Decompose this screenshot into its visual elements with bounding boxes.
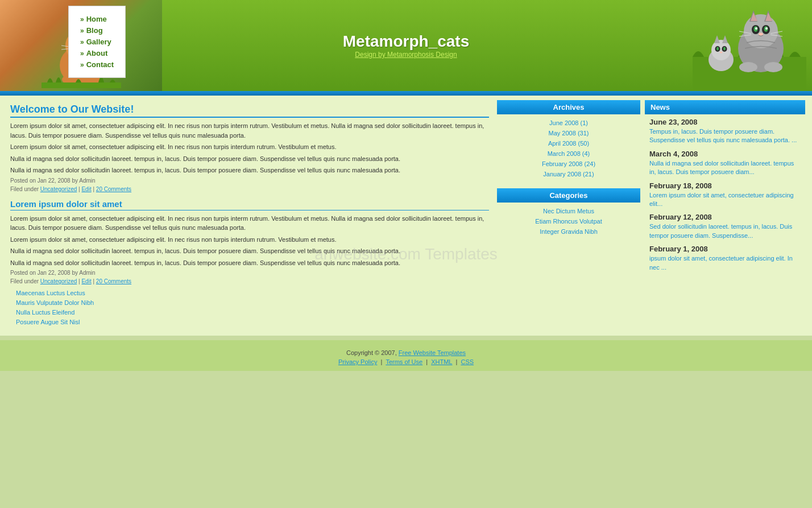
categories-content: Nec Dictum Metus Etiam Rhoncus Volutpat … [497, 203, 640, 240]
post1-body1: Lorem ipsum dolor sit amet, consectetuer… [10, 142, 489, 152]
svg-point-31 [755, 27, 757, 30]
post2-body1: Lorem ipsum dolor sit amet, consectetuer… [10, 235, 489, 245]
news-snippet-2: Lorem ipsum dolor sit amet, consectetuer… [649, 191, 801, 209]
header-cat-right [687, 0, 812, 91]
left-column: Welcome to Our Website! Lorem ipsum dolo… [5, 100, 495, 331]
middle-column: Archives June 2008 (1) May 2008 (31) Apr… [495, 100, 643, 331]
categories-header: Categories [497, 188, 640, 203]
post1-body2: Nulla id magna sed dolor sollicitudin la… [10, 154, 489, 164]
nav-item-about[interactable]: About [80, 49, 114, 57]
categories-box: Categories Nec Dictum Metus Etiam Rhoncu… [497, 188, 640, 240]
footer-sep-3: | [456, 358, 459, 365]
svg-marker-43 [722, 35, 728, 43]
category-item-0[interactable]: Nec Dictum Metus [503, 206, 635, 216]
news-snippet-4: ipsum dolor sit amet, consectetuer adipi… [649, 254, 801, 272]
footer-sep-2: | [426, 358, 429, 365]
footer-css-link[interactable]: CSS [461, 358, 474, 365]
nav-item-gallery[interactable]: Gallery [80, 38, 114, 46]
news-snippet-0: Tempus in, lacus. Duis tempor posuere di… [649, 127, 801, 145]
archive-item-5[interactable]: January 2008 (21) [503, 169, 635, 179]
post2-comments-link[interactable]: 20 Comments [96, 278, 131, 284]
archive-item-2[interactable]: April 2008 (50) [503, 138, 635, 148]
nav-link-home[interactable]: Home [86, 15, 107, 23]
archive-item-3[interactable]: March 2008 (4) [503, 148, 635, 159]
post2-posted: Posted on Jan 22, 2008 by Admin [10, 270, 96, 276]
cat-list-item[interactable]: Nulla Luctus Eleifend [16, 308, 489, 316]
svg-point-48 [720, 52, 723, 53]
header-center: Metamorph_cats Design by Metamorphosis D… [343, 32, 470, 59]
post2-title-link[interactable]: Lorem ipsum dolor sit amet [10, 199, 122, 209]
archive-item-4[interactable]: February 2008 (24) [503, 159, 635, 169]
category-item-2[interactable]: Integer Gravida Nibh [503, 226, 635, 237]
news-date-0: June 23, 2008 [649, 118, 801, 126]
post1-intro: Lorem ipsum dolor sit amet, consectetuer… [10, 121, 489, 140]
post2-edit-link[interactable]: Edit [81, 278, 91, 284]
content-row: Welcome to Our Website! Lorem ipsum dolo… [5, 100, 807, 331]
blue-separator-bar [0, 91, 812, 96]
archive-item-0[interactable]: June 2008 (1) [503, 118, 635, 128]
svg-point-46 [716, 47, 719, 51]
copyright-text: Copyright © 2007, [346, 349, 397, 356]
post1-meta: Posted on Jan 22, 2008 by Admin [10, 177, 489, 184]
cat-list-item[interactable]: Maecenas Luctus Lectus [16, 289, 489, 297]
cat-list-item[interactable]: Posuere Augue Sit Nisl [16, 318, 489, 326]
nav-link-contact[interactable]: Contact [86, 60, 114, 69]
news-date-4: February 1, 2008 [649, 245, 801, 253]
post1-filed: Filed under Uncategorized | Edit | 20 Co… [10, 186, 489, 192]
welcome-title: Welcome to Our Website! [10, 104, 489, 118]
post1-body3: Nulla id magna sed dolor sollicitudin la… [10, 166, 489, 175]
post2-filed: Filed under Uncategorized | Edit | 20 Co… [10, 278, 489, 284]
nav-link-about[interactable]: About [86, 49, 108, 57]
news-date-1: March 4, 2008 [649, 150, 801, 158]
post2-title-container: Lorem ipsum dolor sit amet [10, 199, 489, 210]
cat-link-0[interactable]: Maecenas Luctus Lectus [16, 290, 85, 296]
post1-category-link[interactable]: Uncategorized [40, 186, 77, 192]
news-date-3: February 12, 2008 [649, 213, 801, 221]
cat-list-item[interactable]: Mauris Vulputate Dolor Nibh [16, 299, 489, 307]
footer-copyright: Copyright © 2007, Free Website Templates [0, 349, 812, 356]
svg-point-33 [759, 33, 763, 36]
svg-point-39 [764, 62, 782, 72]
news-snippet-1: Nulla id magna sed dolor sollicitudin la… [649, 159, 801, 177]
svg-point-38 [739, 62, 757, 72]
svg-point-47 [723, 47, 726, 51]
nav-item-home[interactable]: Home [80, 15, 114, 23]
nav-link-blog[interactable]: Blog [86, 26, 103, 35]
post1-comments-link[interactable]: 20 Comments [96, 186, 131, 192]
site-title: Metamorph_cats [343, 32, 470, 51]
post2-intro: Lorem ipsum dolor sit amet, consectetuer… [10, 214, 489, 233]
archives-box: Archives June 2008 (1) May 2008 (31) Apr… [497, 100, 640, 183]
post2-body2: Nulla id magna sed dolor sollicitudin la… [10, 246, 489, 256]
archive-item-1[interactable]: May 2008 (31) [503, 128, 635, 138]
site-subtitle-link[interactable]: Design by Metamorphosis Design [355, 51, 457, 59]
svg-point-32 [765, 27, 768, 30]
news-snippet-3: Sed dolor sollicitudin laoreet. tempus i… [649, 222, 801, 240]
nav-link-gallery[interactable]: Gallery [86, 38, 111, 46]
svg-point-41 [711, 40, 731, 60]
nav-box: Home Blog Gallery About Contact [68, 6, 126, 78]
cat-link-2[interactable]: Nulla Luctus Eleifend [16, 309, 74, 316]
category-item-1[interactable]: Etiam Rhoncus Volutpat [503, 216, 635, 226]
news-header: News [645, 100, 805, 114]
footer: Copyright © 2007, Free Website Templates… [0, 340, 812, 371]
post1-posted: Posted on Jan 22, 2008 by Admin [10, 177, 96, 184]
footer-privacy-link[interactable]: Privacy Policy [338, 358, 377, 365]
post2-category-link[interactable]: Uncategorized [40, 278, 77, 284]
cat-link-3[interactable]: Posuere Augue Sit Nisl [16, 319, 80, 325]
footer-terms-link[interactable]: Terms of Use [386, 358, 422, 365]
archives-header: Archives [497, 100, 640, 114]
templates-link[interactable]: Free Website Templates [399, 349, 466, 356]
nav-list: Home Blog Gallery About Contact [80, 15, 114, 69]
svg-marker-42 [714, 35, 720, 43]
footer-links: Privacy Policy | Terms of Use | XHTML | … [0, 358, 812, 365]
post1-edit-link[interactable]: Edit [81, 186, 91, 192]
footer-xhtml-link[interactable]: XHTML [431, 358, 452, 365]
svg-rect-19 [42, 82, 121, 88]
nav-item-blog[interactable]: Blog [80, 26, 114, 35]
post2-filed-label: Filed under [10, 278, 39, 284]
nav-item-contact[interactable]: Contact [80, 60, 114, 69]
site-subtitle: Design by Metamorphosis Design [343, 51, 470, 59]
cat-link-1[interactable]: Mauris Vulputate Dolor Nibh [16, 299, 94, 306]
grey-cat-image [693, 0, 806, 91]
post2-meta: Posted on Jan 22, 2008 by Admin [10, 270, 489, 276]
